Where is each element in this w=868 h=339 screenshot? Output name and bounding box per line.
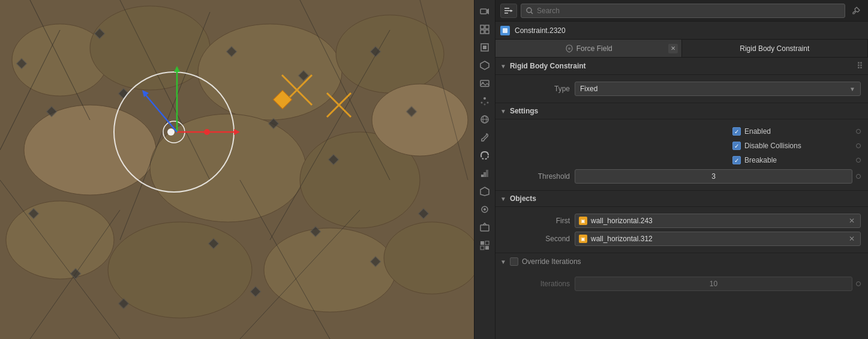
- content-area[interactable]: ▼ Rigid Body Constraint ⠿ Type Fixed ▼ ▼…: [495, 58, 868, 339]
- iterations-field: 10: [575, 277, 852, 291]
- disable-collisions-checkbox[interactable]: ✓: [732, 142, 741, 150]
- svg-point-79: [483, 208, 486, 211]
- second-object-row: Second ▣ wall_horizontal.312 ✕: [495, 230, 868, 248]
- type-value: Fixed: [580, 85, 597, 93]
- output-icon[interactable]: [476, 219, 493, 236]
- second-object-clear[interactable]: ✕: [847, 234, 857, 244]
- constraint-header: Constraint.2320: [495, 22, 868, 40]
- svg-rect-84: [485, 246, 489, 250]
- first-control: ▣ wall_horizontal.243 ✕: [575, 214, 861, 228]
- svg-rect-77: [486, 170, 488, 177]
- first-object-clear[interactable]: ✕: [847, 216, 857, 226]
- svg-rect-66: [480, 80, 489, 86]
- svg-rect-86: [504, 10, 510, 11]
- second-control: ▣ wall_horizontal.312 ✕: [575, 232, 861, 246]
- tab-rigid-body-constraint[interactable]: Rigid Body Constraint: [682, 40, 869, 57]
- svg-marker-65: [480, 61, 489, 70]
- svg-rect-82: [485, 241, 489, 245]
- svg-rect-83: [480, 246, 484, 250]
- first-label: First: [503, 217, 575, 225]
- enabled-area: ✓ Enabled: [732, 127, 852, 136]
- svg-rect-75: [481, 175, 483, 177]
- threshold-control: 3: [575, 169, 852, 184]
- disable-collisions-row: ✓ Disable Collisions: [495, 139, 868, 153]
- second-object-field[interactable]: ▣ wall_horizontal.312 ✕: [575, 232, 861, 246]
- svg-rect-61: [480, 30, 484, 34]
- svg-point-10: [108, 222, 252, 318]
- iterations-dot: [856, 281, 861, 286]
- image-icon[interactable]: [476, 75, 493, 92]
- svg-point-4: [336, 15, 444, 93]
- force-field-icon: [564, 44, 574, 53]
- enabled-row: ✓ Enabled: [495, 124, 868, 139]
- section-title: Rigid Body Constraint: [510, 62, 586, 70]
- settings-section-header[interactable]: ▼ Settings: [495, 103, 868, 119]
- type-label: Type: [503, 85, 575, 93]
- override-iterations-checkbox[interactable]: [510, 257, 518, 266]
- breakable-checkbox[interactable]: ✓: [732, 156, 741, 164]
- objects-title: Objects: [510, 194, 536, 203]
- svg-rect-81: [480, 241, 484, 245]
- iterations-content: Iterations 10: [495, 270, 868, 298]
- override-iterations-label: Override Iterations: [522, 257, 581, 266]
- disable-collisions-dot: [856, 143, 861, 148]
- breakable-dot: [856, 158, 861, 163]
- search-input[interactable]: [537, 7, 840, 15]
- settings-content: ✓ Enabled ✓ Disable Collisions ✓ Breakab…: [495, 119, 868, 190]
- svg-point-12: [384, 222, 474, 294]
- section-options[interactable]: ⠿: [857, 61, 863, 71]
- wrench-icon[interactable]: [476, 129, 493, 146]
- svg-point-68: [483, 97, 486, 100]
- render-icon[interactable]: [476, 201, 493, 218]
- breakable-area: ✓ Breakable: [732, 156, 852, 164]
- iterations-control: 10: [575, 277, 852, 291]
- svg-point-55: [167, 128, 175, 136]
- rigid-body-section-header[interactable]: ▼ Rigid Body Constraint ⠿: [495, 58, 868, 75]
- svg-line-90: [531, 12, 533, 14]
- data-icon[interactable]: [476, 165, 493, 182]
- force-field-tab-close[interactable]: ✕: [668, 44, 678, 53]
- viewport-overlay: [0, 0, 474, 339]
- svg-point-11: [264, 228, 396, 312]
- svg-rect-91: [503, 28, 507, 33]
- type-dropdown[interactable]: Fixed ▼: [575, 82, 861, 96]
- svg-rect-62: [485, 30, 489, 34]
- svg-point-71: [484, 104, 486, 106]
- first-object-value: wall_horizontal.243: [591, 217, 653, 225]
- pin-button[interactable]: [849, 4, 863, 18]
- rigid-body-constraint-tab-label: Rigid Body Constraint: [740, 44, 809, 53]
- modifier-icon[interactable]: [476, 57, 493, 74]
- scene-icon[interactable]: [476, 183, 493, 200]
- iterations-label: Iterations: [503, 280, 575, 288]
- 3d-viewport[interactable]: [0, 0, 474, 339]
- object-properties-icon[interactable]: [476, 39, 493, 56]
- grid-icon[interactable]: [476, 21, 493, 38]
- svg-marker-88: [510, 10, 513, 12]
- svg-point-9: [6, 201, 114, 279]
- camera-icon[interactable]: [476, 3, 493, 20]
- constraint-name: Constraint.2320: [515, 26, 566, 35]
- search-bar[interactable]: [521, 4, 845, 18]
- first-object-row: First ▣ wall_horizontal.243 ✕: [495, 212, 868, 230]
- svg-rect-85: [504, 8, 509, 9]
- settings-title: Settings: [510, 107, 538, 115]
- objects-section-header[interactable]: ▼ Objects: [495, 191, 868, 207]
- first-object-field[interactable]: ▣ wall_horizontal.243 ✕: [575, 214, 861, 228]
- enabled-checkbox[interactable]: ✓: [732, 127, 741, 136]
- particles-icon[interactable]: [476, 93, 493, 110]
- threshold-row: Threshold 3: [495, 167, 868, 185]
- iterations-row: Iterations 10: [495, 275, 868, 293]
- properties-panel: Constraint.2320 Force Field ✕ Rigid Body…: [495, 0, 868, 339]
- checker-icon[interactable]: [476, 237, 493, 254]
- breakable-row: ✓ Breakable: [495, 153, 868, 167]
- svg-point-89: [527, 8, 531, 13]
- world-icon[interactable]: [476, 111, 493, 128]
- constraint-icon[interactable]: [476, 147, 493, 164]
- type-control: Fixed ▼: [575, 82, 861, 96]
- svg-point-8: [372, 84, 468, 156]
- svg-rect-57: [480, 9, 486, 14]
- threshold-field[interactable]: 3: [575, 169, 852, 184]
- enabled-label: Enabled: [744, 127, 771, 136]
- tab-force-field[interactable]: Force Field ✕: [495, 40, 682, 57]
- panel-menu-button[interactable]: [500, 4, 517, 18]
